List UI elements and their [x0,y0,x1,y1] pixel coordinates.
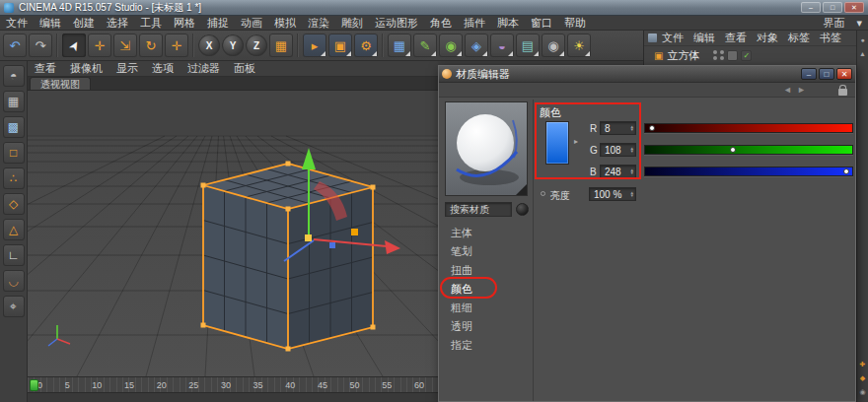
add-modeling-button[interactable]: ◈ [465,34,488,57]
layout-switcher[interactable]: 界面 [817,16,850,31]
channel-item[interactable]: 粗细 [443,299,530,317]
check-tag-icon[interactable]: ✓ [741,50,752,61]
polygons-mode-button[interactable]: △ [3,219,25,240]
swatch-expand-icon[interactable]: ▸ [574,137,578,146]
menu-edit[interactable]: 编辑 [34,16,67,31]
plane-handle-xy[interactable] [351,229,358,235]
layout-dropdown-icon[interactable]: ▾ [850,17,868,30]
menu-snap[interactable]: 捕捉 [201,16,235,31]
close-button[interactable]: ✕ [844,2,864,13]
material-editor-titlebar[interactable]: 材质编辑器 – □ ✕ [439,66,855,83]
b-stepper[interactable]: ▲▼ [630,168,634,175]
menu-select[interactable]: 选择 [101,16,134,31]
add-deformer-button[interactable]: ◒ [490,34,514,57]
move-tool-button[interactable]: ✛ [88,34,111,57]
viewport-menu-view[interactable]: 查看 [28,61,63,76]
b-slider-marker[interactable] [843,168,849,174]
lock-z-button[interactable]: Z [246,34,267,56]
add-light-button[interactable]: ☀ [567,34,591,57]
menu-plugins[interactable]: 插件 [458,16,491,31]
material-slot-icon[interactable]: ◆ [858,373,868,383]
menu-file[interactable]: 文件 [0,16,34,31]
menu-sculpt[interactable]: 雕刻 [335,16,369,31]
menu-animate[interactable]: 动画 [235,16,268,31]
titlebar[interactable]: CINEMA 4D R15.057 Studio - [未标题 1 *] – □… [0,0,868,16]
structure-icon[interactable]: ▲ [858,49,868,59]
visibility-toggle-editor[interactable] [713,50,717,60]
menu-tools[interactable]: 工具 [134,16,168,31]
g-value-field[interactable]: 108 ▲▼ [600,143,636,157]
om-menu-bookmarks[interactable]: 书签 [815,31,846,45]
viewport-menu-cameras[interactable]: 摄像机 [63,61,109,76]
brightness-anim-dot[interactable] [541,191,545,196]
menu-mesh[interactable]: 网格 [168,16,201,31]
timeline-ruler[interactable]: 0 5 10 15 20 25 30 35 40 45 50 55 60 [28,376,438,392]
phong-tag-icon[interactable] [727,50,738,61]
render-settings-button[interactable]: ⚙ [354,34,378,57]
texture-mode-button[interactable]: ▩ [3,116,25,138]
lock-x-button[interactable]: X [198,34,220,56]
viewport-menu-display[interactable]: 显示 [109,61,145,76]
coordinate-system-button[interactable]: ▦ [269,34,293,57]
menu-mograph[interactable]: 运动图形 [369,16,424,31]
viewport-menu-options[interactable]: 选项 [145,61,181,76]
visibility-toggle-render[interactable] [720,50,724,60]
maximize-button[interactable]: □ [823,2,842,13]
channel-item[interactable]: 笔划 [443,242,530,261]
menu-create[interactable]: 创建 [67,16,101,31]
scale-tool-button[interactable]: ⇲ [113,34,137,57]
channel-item[interactable]: 扭曲 [443,261,530,280]
object-row-cube[interactable]: ▣ 立方体 ✓ [644,46,856,64]
points-mode-button[interactable]: ∴ [3,168,25,189]
channel-item[interactable]: 颜色 [443,280,530,299]
x-axis-arrowhead[interactable] [385,240,400,254]
add-environment-button[interactable]: ▤ [516,34,540,57]
gizmo-center-handle[interactable] [305,234,312,241]
g-slider-marker[interactable] [730,147,736,153]
r-slider-marker[interactable] [649,125,655,131]
render-picture-viewer-button[interactable]: ▣ [328,34,352,57]
content-browser-icon[interactable]: ● [858,35,868,45]
viewport-solo-button[interactable]: ◡ [3,270,25,292]
b-gradient-slider[interactable] [644,167,853,176]
om-menu-file[interactable]: 文件 [657,31,688,45]
snapping-button[interactable]: ⌖ [3,296,25,317]
edges-mode-button[interactable]: ◇ [3,193,25,215]
channel-item[interactable]: 主体 [443,224,530,242]
rotate-tool-button[interactable]: ↻ [139,34,163,57]
lock-icon[interactable] [838,89,847,96]
menu-script[interactable]: 脚本 [491,16,525,31]
r-gradient-slider[interactable] [644,123,853,133]
add-generator-button[interactable]: ◉ [439,34,463,57]
cube-object[interactable] [201,162,376,352]
menu-simulate[interactable]: 模拟 [268,16,302,31]
viewport-menu-filter[interactable]: 过滤器 [181,61,227,76]
minimize-button[interactable]: – [801,2,821,13]
brightness-stepper[interactable]: ▲▼ [630,191,634,198]
lock-y-button[interactable]: Y [222,34,244,56]
viewport-canvas[interactable] [28,91,438,376]
color-swatch[interactable] [545,121,569,165]
material-preview[interactable] [445,101,528,196]
search-knob-icon[interactable] [516,203,529,216]
menu-help[interactable]: 帮助 [558,16,592,31]
r-value-field[interactable]: 8 ▲▼ [600,121,636,135]
add-spline-button[interactable]: ✎ [413,34,437,57]
menu-render[interactable]: 渲染 [302,16,335,31]
material-close-button[interactable]: ✕ [836,68,852,80]
om-menu-view[interactable]: 查看 [720,31,752,45]
add-camera-button[interactable]: ◉ [542,34,565,57]
tab-perspective-view[interactable]: 透视视图 [30,77,91,90]
redo-button[interactable]: ↷ [29,34,52,57]
g-stepper[interactable]: ▲▼ [630,147,634,154]
undo-button[interactable]: ↶ [3,34,27,57]
r-stepper[interactable]: ▲▼ [630,125,634,132]
menu-character[interactable]: 角色 [424,16,458,31]
make-editable-button[interactable]: ◓ [3,65,25,87]
render-view-button[interactable]: ▸ [303,34,326,57]
search-material-field[interactable]: 搜索材质 [445,202,512,217]
enable-axis-button[interactable]: ∟ [3,244,25,266]
om-menu-edit[interactable]: 编辑 [688,31,720,45]
brightness-value-field[interactable]: 100 % ▲▼ [589,187,636,201]
menu-window[interactable]: 窗口 [525,16,558,31]
